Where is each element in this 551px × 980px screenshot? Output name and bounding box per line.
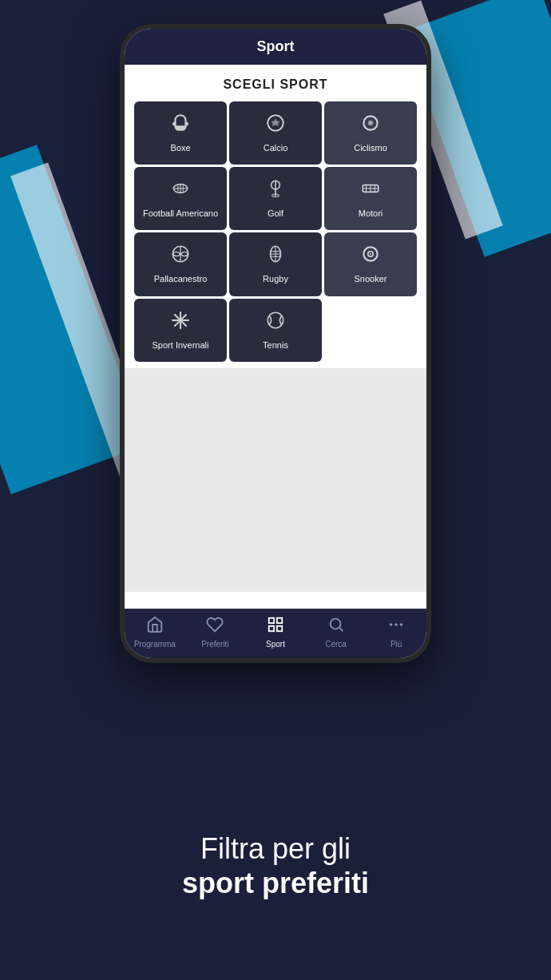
svg-point-39 [330, 619, 340, 629]
promo-line1: Filtra per gli [16, 831, 535, 866]
search-icon [327, 616, 345, 637]
svg-point-33 [179, 318, 182, 321]
nav-item-programma[interactable]: Programma [125, 616, 185, 649]
sport-item-sport-invernali[interactable]: Sport Invernali [134, 299, 227, 362]
calcio-label: Calcio [264, 143, 288, 153]
bottom-navigation: Programma Preferiti [125, 609, 426, 658]
tennis-label: Tennis [263, 340, 288, 351]
nav-item-preferiti[interactable]: Preferiti [185, 616, 246, 649]
football-label: Football Americano [143, 208, 218, 219]
golf-label: Golf [268, 208, 283, 219]
sport-item-football[interactable]: Football Americano [134, 167, 227, 230]
sport-item-motori[interactable]: Motori [324, 167, 417, 230]
sport-item-ciclismo[interactable]: Ciclismo [324, 101, 417, 165]
phone-content: SCEGLI SPORT Boxe [125, 65, 426, 609]
sport-invernali-label: Sport Invernali [153, 340, 209, 351]
svg-point-5 [370, 122, 371, 124]
more-icon [387, 616, 405, 637]
svg-point-42 [394, 623, 398, 626]
svg-rect-36 [277, 618, 282, 623]
sport-item-snooker[interactable]: Snooker [324, 232, 417, 296]
pallacanestro-icon [170, 244, 191, 269]
sport-label: Sport [266, 640, 285, 649]
heart-icon [206, 616, 224, 637]
boxe-icon [170, 113, 191, 138]
svg-marker-1 [272, 119, 280, 127]
nav-item-piu[interactable]: Più [366, 616, 426, 649]
svg-point-41 [390, 623, 393, 626]
svg-rect-38 [277, 626, 282, 631]
tennis-icon [265, 310, 286, 335]
pallacanestro-label: Pallacanestro [154, 274, 208, 284]
svg-rect-37 [269, 626, 274, 631]
sports-grid: Boxe Calcio [125, 101, 426, 368]
home-icon [146, 616, 164, 637]
nav-item-cerca[interactable]: Cerca [306, 616, 367, 649]
preferiti-label: Preferiti [201, 640, 228, 649]
svg-point-43 [400, 623, 403, 626]
rugby-icon [265, 244, 286, 269]
sport-item-golf[interactable]: Golf [229, 167, 322, 230]
rugby-label: Rugby [263, 274, 288, 284]
snooker-icon [360, 244, 381, 269]
golf-icon [265, 178, 286, 204]
motori-label: Motori [359, 208, 383, 219]
svg-point-34 [268, 312, 283, 328]
nav-item-sport[interactable]: Sport [245, 616, 306, 649]
sport-item-pallacanestro[interactable]: Pallacanestro [134, 232, 227, 296]
grid-icon [267, 616, 284, 637]
bottom-promo-text: Filtra per gli sport preferiti [0, 815, 551, 916]
sport-item-rugby[interactable]: Rugby [229, 232, 322, 296]
phone-device: Sport SCEGLI SPORT Boxe [120, 24, 431, 663]
boxe-label: Boxe [170, 143, 190, 153]
motori-icon [360, 178, 381, 204]
programma-label: Programma [134, 640, 176, 649]
sport-item-boxe[interactable]: Boxe [134, 101, 227, 165]
section-title: SCEGLI SPORT [125, 65, 426, 101]
phone-header: Sport [125, 29, 426, 65]
svg-line-40 [339, 628, 343, 631]
sport-item-calcio[interactable]: Calcio [229, 101, 322, 165]
ciclismo-label: Ciclismo [354, 143, 387, 153]
svg-point-28 [370, 253, 371, 255]
piu-label: Più [390, 640, 402, 649]
calcio-icon [265, 113, 286, 138]
cerca-label: Cerca [325, 640, 347, 649]
snooker-label: Snooker [355, 274, 387, 284]
svg-rect-35 [269, 618, 274, 623]
football-icon [170, 178, 191, 204]
header-title: Sport [137, 38, 414, 55]
phone-screen: Sport SCEGLI SPORT Boxe [125, 29, 426, 658]
sport-item-tennis[interactable]: Tennis [229, 299, 322, 362]
ciclismo-icon [360, 113, 381, 138]
sport-invernali-icon [170, 310, 191, 335]
empty-content-area [125, 368, 426, 592]
promo-line2: sport preferiti [16, 866, 535, 900]
